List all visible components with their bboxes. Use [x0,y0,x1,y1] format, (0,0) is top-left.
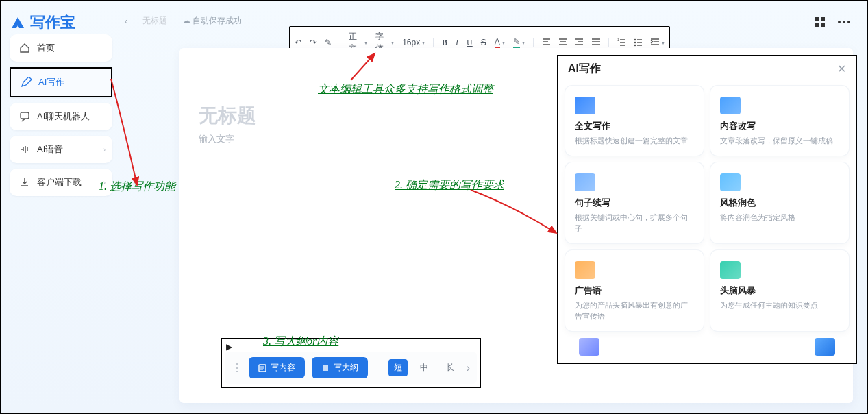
ai-write-panel: AI写作 ✕ 全文写作根据标题快速创建一篇完整的文章内容改写文章段落改写，保留原… [557,55,857,364]
button-label: 写内容 [271,362,295,374]
underline-button[interactable]: U [467,38,473,48]
card-icon [720,173,741,191]
text-color-button[interactable]: A▾ [495,37,505,48]
length-long-chip[interactable]: 长 [441,359,460,376]
card-desc: 文章段落改写，保留原义一键成稿 [720,136,839,146]
breadcrumb: ‹ 无标题 ☁ 自动保存成功 [125,15,242,27]
ai-card-4[interactable]: 广告语为您的产品头脑风暴出有创意的广告宣传语 [565,250,704,331]
sidebar-item-download[interactable]: 客户端下载 › [10,169,112,196]
ai-extra-icon-1[interactable] [579,338,599,356]
card-icon [575,173,595,191]
sidebar-item-chatbot[interactable]: AI聊天机器人 [10,103,112,130]
ai-card-0[interactable]: 全文写作根据标题快速创建一篇完整的文章 [565,86,704,156]
sidebar: 首页 AI写作 AI聊天机器人 AI语音 › 客户端下载 › [10,34,112,202]
sidebar-item-label: AI写作 [38,76,64,88]
redo-icon[interactable]: ↷ [310,38,317,47]
grid-icon[interactable] [815,16,826,27]
home-icon [19,42,30,53]
chat-icon [19,111,30,122]
chevron-right-icon[interactable]: › [467,362,470,374]
svg-rect-0 [815,17,819,21]
italic-button[interactable]: I [456,38,458,48]
card-title: 内容改写 [720,120,839,132]
panel-title: AI写作 [568,62,601,76]
download-icon [19,177,30,188]
card-title: 广告语 [575,284,694,297]
sidebar-item-label: AI语音 [37,143,63,156]
list-unordered-icon[interactable] [634,38,642,47]
title-placeholder[interactable]: 无标题 [199,103,256,129]
card-icon [575,261,595,279]
list-icon [321,364,330,372]
write-outline-button[interactable]: 写大纲 [312,357,368,378]
card-icon [575,97,595,114]
sidebar-item-label: AI聊天机器人 [37,110,90,123]
align-center-icon[interactable] [558,38,567,47]
card-icon [720,261,741,279]
write-content-button[interactable]: 写内容 [249,357,305,378]
doc-icon [258,364,266,372]
length-mid-chip[interactable]: 中 [414,359,434,376]
svg-point-6 [634,39,636,41]
pencil-icon [21,77,32,88]
indent-button[interactable]: ▾ [650,38,665,47]
bold-button[interactable]: B [442,38,447,48]
sidebar-item-home[interactable]: 首页 [10,34,112,62]
back-icon[interactable]: ‹ [125,16,127,26]
window-controls [815,16,850,27]
svg-point-7 [634,42,636,44]
highlight-button[interactable]: ✎▾ [513,37,525,48]
ai-card-5[interactable]: 头脑风暴为您生成任何主题的知识要点 [710,250,849,331]
app-logo: 写作宝 [10,12,75,33]
format-brush-icon[interactable]: ✎ [325,38,332,47]
svg-rect-1 [821,17,825,21]
svg-rect-4 [21,112,29,119]
undo-icon[interactable]: ↶ [295,38,301,47]
card-desc: 为您生成任何主题的知识要点 [720,300,839,310]
chevron-right-icon: › [103,179,106,186]
close-icon[interactable]: ✕ [837,62,846,75]
card-desc: 为您的产品头脑风暴出有创意的广告宣传语 [575,300,694,321]
autosave-status: ☁ 自动保存成功 [182,15,242,27]
svg-text:1: 1 [617,38,619,42]
body-placeholder[interactable]: 输入文字 [199,133,234,145]
ai-card-3[interactable]: 风格润色将内容润色为指定风格 [710,162,849,243]
play-icon[interactable]: ▶ [225,342,477,352]
chevron-right-icon: › [103,146,106,154]
compose-bar: ▶ ⋮ 写内容 写大纲 短 中 长 › [221,338,481,388]
card-title: 句子续写 [575,197,694,209]
font-size-select[interactable]: 16px▾ [402,38,425,47]
card-desc: 根据标题快速创建一篇完整的文章 [575,136,694,146]
svg-rect-2 [815,23,819,27]
svg-point-8 [634,45,636,47]
card-icon [720,97,741,114]
card-title: 风格润色 [720,197,839,209]
app-name: 写作宝 [30,12,75,33]
ai-extra-icon-2[interactable] [815,338,835,356]
card-title: 全文写作 [575,120,694,132]
more-icon[interactable] [838,16,850,27]
strike-button[interactable]: S [481,38,486,47]
length-short-chip[interactable]: 短 [388,359,408,376]
doc-tab[interactable]: 无标题 [142,15,167,27]
ai-card-2[interactable]: 句子续写根据关键词或中心句，扩展多个句子 [565,162,704,243]
sidebar-item-ai-write[interactable]: AI写作 [10,67,112,97]
sidebar-item-label: 客户端下载 [37,176,82,188]
card-desc: 将内容润色为指定风格 [720,212,839,223]
voice-icon [19,144,30,155]
align-justify-icon[interactable] [591,38,599,47]
drag-handle-icon[interactable]: ⋮ [232,361,242,374]
sidebar-item-label: 首页 [37,42,55,54]
card-desc: 根据关键词或中心句，扩展多个句子 [575,212,694,234]
sidebar-item-voice[interactable]: AI语音 › [10,136,112,163]
align-left-icon[interactable] [542,38,550,47]
button-label: 写大纲 [334,362,358,374]
align-right-icon[interactable] [575,38,583,47]
card-title: 头脑风暴 [720,284,839,297]
logo-icon [10,14,26,31]
list-ordered-icon[interactable]: 1 [617,38,625,47]
ai-card-1[interactable]: 内容改写文章段落改写，保留原义一键成稿 [710,86,849,156]
svg-rect-3 [821,23,825,27]
